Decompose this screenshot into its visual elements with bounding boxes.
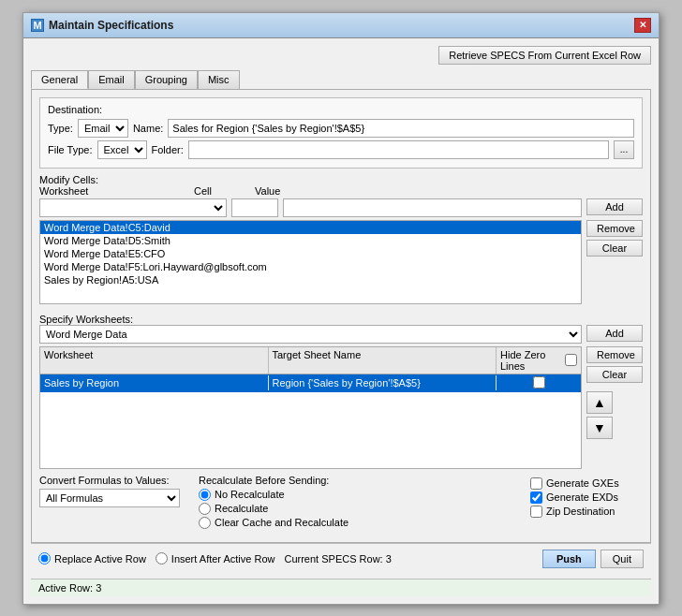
list-item[interactable]: Word Merge Data!D5:Smith <box>40 234 581 247</box>
mc-worksheet-select[interactable] <box>39 198 227 217</box>
mc-cell-col-label: Cell <box>194 185 250 197</box>
type-label: Type: <box>48 123 73 134</box>
generate-gxes-label: Generate GXEs <box>546 477 619 489</box>
table-row[interactable]: Sales by Region Region {'Sales by Region… <box>40 374 581 392</box>
hide-zero-header-checkbox[interactable] <box>565 354 577 366</box>
file-type-label: File Type: <box>48 144 93 155</box>
folder-label: Folder: <box>152 144 184 155</box>
recalc-no-radio[interactable] <box>199 489 211 501</box>
specify-add-button[interactable]: Add <box>586 325 643 342</box>
window-title: Maintain Specifications <box>49 19 173 32</box>
tab-grouping[interactable]: Grouping <box>135 70 198 89</box>
folder-input[interactable] <box>188 140 609 159</box>
specify-table-area: Worksheet Target Sheet Name Hide Zero Li… <box>39 346 643 469</box>
zip-dest-checkbox[interactable] <box>530 506 542 518</box>
modify-cells-label: Modify Cells: <box>39 174 643 185</box>
bottom-section: Convert Formulas to Values: All Formulas… <box>39 475 643 529</box>
mc-list-box[interactable]: Word Merge Data!C5:David Word Merge Data… <box>39 220 582 304</box>
recalc-clear-radio[interactable] <box>199 517 211 529</box>
mc-value-col-label: Value <box>255 185 280 197</box>
arrow-buttons: ▲ ▼ <box>586 391 643 439</box>
name-input[interactable] <box>168 119 634 138</box>
window-icon: M <box>31 19 44 32</box>
hide-zero-row-checkbox[interactable] <box>533 376 545 389</box>
tab-email[interactable]: Email <box>88 70 135 89</box>
list-item[interactable]: Word Merge Data!F5:Lori.Hayward@glbsoft.… <box>40 260 581 273</box>
convert-label: Convert Formulas to Values: <box>39 475 189 486</box>
convert-select[interactable]: All Formulas <box>39 489 180 507</box>
recalc-clear-option[interactable]: Clear Cache and Recalculate <box>199 517 521 529</box>
td-worksheet: Sales by Region <box>40 375 269 390</box>
recalc-yes-option[interactable]: Recalculate <box>199 503 521 515</box>
modify-cells-section: Modify Cells: Worksheet Cell Value <box>39 174 643 308</box>
generate-exds-label: Generate EXDs <box>546 491 618 503</box>
tab-misc[interactable]: Misc <box>198 70 240 89</box>
move-down-button[interactable]: ▼ <box>586 417 613 439</box>
generate-gxes-option[interactable]: Generate GXEs <box>530 477 643 490</box>
destination-section: Destination: Type: Email Name: File Type… <box>39 97 643 169</box>
mc-list-and-buttons: Word Merge Data!C5:David Word Merge Data… <box>39 220 643 308</box>
th-target: Target Sheet Name <box>269 347 497 374</box>
insert-after-radio[interactable] <box>156 552 168 565</box>
tab-content: Destination: Type: Email Name: File Type… <box>31 89 651 543</box>
active-row-label: Active Row: 3 <box>38 582 101 594</box>
footer-top: Replace Active Row Insert After Active R… <box>38 550 644 568</box>
close-button[interactable]: ✕ <box>634 18 651 33</box>
specify-worksheet-select[interactable]: Word Merge Data <box>39 325 582 344</box>
recalc-yes-label: Recalculate <box>215 503 268 514</box>
retrieve-specs-button[interactable]: Retrieve SPECS From Current Excel Row <box>438 46 651 65</box>
recalc-no-option[interactable]: No Recalculate <box>199 489 521 501</box>
replace-active-label: Replace Active Row <box>54 553 146 565</box>
title-bar: M Maintain Specifications ✕ <box>23 13 659 38</box>
file-type-select[interactable]: Excel <box>97 140 147 159</box>
recalc-yes-radio[interactable] <box>199 503 211 515</box>
insert-after-label: Insert After Active Row <box>171 553 275 565</box>
td-hide-zero <box>497 374 581 392</box>
recalc-clear-label: Clear Cache and Recalculate <box>215 517 348 528</box>
top-row: Retrieve SPECS From Current Excel Row <box>31 46 651 65</box>
push-button[interactable]: Push <box>542 550 596 568</box>
convert-formulas-section: Convert Formulas to Values: All Formulas <box>39 475 189 529</box>
specify-table: Worksheet Target Sheet Name Hide Zero Li… <box>39 346 582 469</box>
type-select[interactable]: Email <box>78 119 128 138</box>
quit-button[interactable]: Quit <box>600 550 644 568</box>
recalculate-section: Recalculate Before Sending: No Recalcula… <box>199 475 521 529</box>
mc-input-row: Add <box>39 198 643 217</box>
mc-value-input[interactable] <box>283 198 582 217</box>
mc-add-button[interactable]: Add <box>586 198 643 215</box>
generate-exds-option[interactable]: Generate EXDs <box>530 491 643 504</box>
specify-worksheets-section: Specify Worksheets: Word Merge Data Add … <box>39 314 643 469</box>
generate-exds-checkbox[interactable] <box>530 491 542 504</box>
specify-right-panel: Remove Clear ▲ ▼ <box>586 346 643 469</box>
zip-dest-option[interactable]: Zip Destination <box>530 506 643 518</box>
specify-table-body: Sales by Region Region {'Sales by Region… <box>40 374 581 468</box>
th-hide-zero: Hide Zero Lines <box>497 347 581 374</box>
mc-remove-button[interactable]: Remove <box>586 220 643 237</box>
mc-clear-button[interactable]: Clear <box>586 240 643 257</box>
main-content: Retrieve SPECS From Current Excel Row Ge… <box>23 38 659 604</box>
list-item[interactable]: Word Merge Data!E5:CFO <box>40 247 581 260</box>
mc-cell-input[interactable] <box>231 198 278 217</box>
destination-label: Destination: <box>48 104 634 115</box>
footer-right: Push Quit <box>542 550 644 568</box>
specify-remove-button[interactable]: Remove <box>586 346 643 363</box>
tab-bar: General Email Grouping Misc <box>31 70 651 89</box>
replace-active-option[interactable]: Replace Active Row <box>38 552 146 565</box>
window-icon-text: M <box>33 20 41 31</box>
insert-after-option[interactable]: Insert After Active Row <box>156 552 275 565</box>
list-item[interactable]: Word Merge Data!C5:David <box>40 221 581 234</box>
specify-table-header: Worksheet Target Sheet Name Hide Zero Li… <box>40 347 581 374</box>
td-target: Region {'Sales by Region'!$A$5} <box>269 375 497 390</box>
current-specs: Current SPECS Row: 3 <box>284 553 391 565</box>
specify-clear-button[interactable]: Clear <box>586 366 643 383</box>
browse-button[interactable]: ... <box>614 140 634 159</box>
list-item[interactable]: Sales by Region!A5:USA <box>40 273 581 286</box>
move-up-button[interactable]: ▲ <box>586 391 613 414</box>
generate-gxes-checkbox[interactable] <box>530 477 542 490</box>
destination-file-row: File Type: Excel Folder: ... <box>48 140 634 159</box>
footer: Replace Active Row Insert After Active R… <box>31 543 651 579</box>
recalc-options: No Recalculate Recalculate Clear Cache a… <box>199 489 521 529</box>
replace-active-radio[interactable] <box>38 552 51 565</box>
specify-worksheets-label: Specify Worksheets: <box>39 314 643 325</box>
tab-general[interactable]: General <box>31 70 88 89</box>
